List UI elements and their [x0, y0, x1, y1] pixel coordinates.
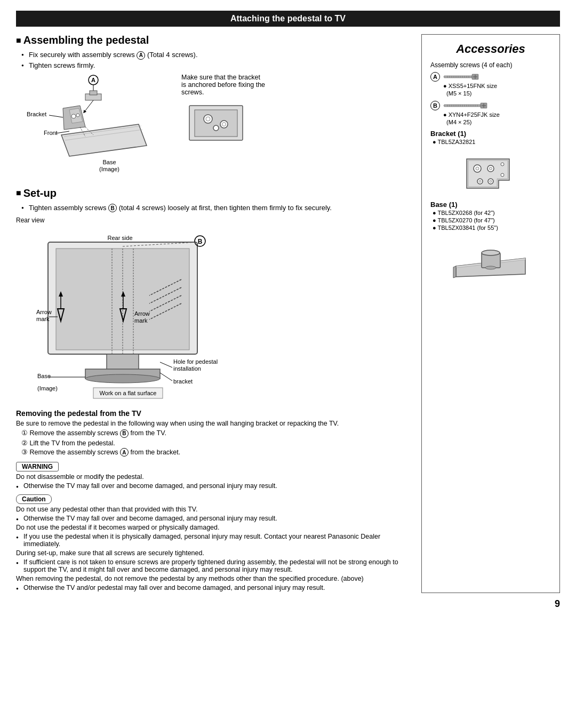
svg-text:bracket: bracket	[173, 378, 193, 385]
assembling-bullets: Fix securely with assembly screws A (Tot…	[21, 51, 411, 69]
svg-rect-22	[195, 110, 237, 137]
svg-text:Rear side: Rear side	[107, 235, 132, 241]
screw-a-label: A	[430, 72, 551, 82]
caution-item-3: Do not use the pedestal if it becomes wa…	[16, 524, 411, 531]
base-image	[430, 234, 551, 282]
removing-steps: ① Remove the assembly screws B from the …	[21, 429, 411, 457]
caution-section: Caution Do not use any pedestal other th…	[16, 491, 411, 591]
svg-point-111	[501, 163, 504, 166]
caution-item-1: Do not use any pedestal other than that …	[16, 506, 411, 513]
bracket-part: ● TBL5ZA32821	[433, 139, 551, 145]
page-title: Attaching the pedestal to TV	[230, 14, 346, 23]
setup-bullet-1: Tighten assembly screws B (total 4 screw…	[21, 204, 411, 213]
svg-text:Base: Base	[102, 159, 116, 165]
svg-text:Work on a flat surface: Work on a flat surface	[100, 390, 157, 396]
svg-marker-115	[453, 266, 456, 278]
assembling-bullet-2: Tighten screws firmly.	[21, 61, 411, 69]
svg-point-26	[222, 122, 226, 126]
svg-text:(Image): (Image)	[37, 385, 58, 391]
screw-b-circle: B	[430, 101, 440, 110]
base-item: Base (1) ● TBL5ZX0268 (for 42") ● TBL5ZX…	[430, 201, 551, 282]
svg-point-32	[85, 374, 160, 383]
removing-section: Removing the pedestal from the TV Be sur…	[16, 409, 411, 457]
svg-text:Arrow: Arrow	[36, 309, 52, 315]
svg-rect-4	[90, 91, 97, 95]
svg-point-112	[501, 173, 504, 177]
bracket-closeup-svg	[181, 100, 251, 148]
screw-b-label: B	[430, 101, 551, 110]
rear-view-label: Rear view	[16, 217, 411, 224]
caution-item-5: During set-up, make sure that all screws…	[16, 549, 411, 557]
removing-step-2: ② Lift the TV from the pedestal.	[21, 439, 411, 447]
bracket-svg	[459, 148, 523, 196]
svg-line-6	[56, 131, 69, 133]
svg-point-110	[490, 180, 492, 182]
svg-line-56	[160, 362, 172, 367]
screw-a-size: ● XSS5+15FNK size	[443, 83, 551, 89]
svg-marker-100	[443, 105, 444, 107]
svg-marker-14	[61, 124, 147, 156]
main-content: Assembling the pedestal Fix securely wit…	[16, 34, 560, 593]
svg-text:(Image): (Image)	[99, 166, 119, 172]
base-part-3: ● TBL5ZX03841 (for 55")	[433, 225, 551, 231]
svg-point-117	[482, 250, 500, 255]
removing-step-3: ③ Remove the assembly screws A from the …	[21, 448, 411, 457]
screw-b-item: B	[430, 101, 551, 125]
svg-point-106	[490, 167, 492, 170]
warning-label: WARNING	[16, 462, 59, 471]
warning-section: WARNING Do not disassemble or modify the…	[16, 459, 411, 490]
svg-point-27	[213, 125, 219, 131]
screw-b-size: ● XYN4+F25FJK size	[443, 111, 551, 118]
assembling-heading: Assembling the pedestal	[16, 34, 411, 46]
caution-item-4: If you use the pedestal when it is physi…	[16, 533, 411, 548]
svg-marker-80	[443, 76, 444, 78]
svg-text:Hole for pedestal: Hole for pedestal	[173, 358, 218, 365]
page-number: 9	[16, 598, 560, 610]
base-part-2: ● TBL5ZX0270 (for 47")	[433, 217, 551, 223]
assembly-diagram: A Front Bracket	[16, 74, 171, 182]
svg-text:Base: Base	[37, 373, 51, 379]
accessories-subtitle: Assembly screws (4 of each)	[430, 61, 551, 69]
assembly-svg: A Front Bracket	[16, 74, 171, 180]
removing-heading: Removing the pedestal from the TV	[16, 409, 411, 418]
svg-text:installation: installation	[173, 365, 201, 372]
base-svg	[451, 234, 531, 282]
svg-point-108	[479, 180, 481, 182]
screw-a-size2: (M5 × 15)	[443, 90, 551, 97]
assembly-diagram-note: Make sure that the bracket is anchored b…	[181, 74, 267, 96]
rear-view-diagram: B Rear side Arrow mark	[16, 226, 411, 404]
svg-point-11	[71, 114, 76, 118]
caution-item-7: When removing the pedestal, do not remov…	[16, 575, 411, 582]
svg-point-12	[76, 114, 79, 117]
svg-text:Bracket: Bracket	[27, 111, 46, 117]
bracket-image	[430, 148, 551, 196]
warning-bullet-1: Otherwise the TV may fall over and becom…	[16, 482, 411, 490]
accessories-title: Accessories	[430, 42, 551, 56]
svg-text:A: A	[91, 77, 95, 83]
removing-step-1: ① Remove the assembly screws B from the …	[21, 429, 411, 438]
svg-point-118	[485, 266, 496, 269]
screw-a-circle: A	[430, 72, 440, 82]
svg-text:B: B	[198, 238, 203, 245]
setup-bullets: Tighten assembly screws B (total 4 screw…	[21, 204, 411, 213]
svg-text:Front: Front	[44, 130, 58, 136]
removing-intro: Be sure to remove the pedestal in the fo…	[16, 420, 411, 427]
base-part-1: ● TBL5ZX0268 (for 42")	[433, 210, 551, 216]
svg-text:mark: mark	[36, 316, 50, 322]
assembling-bullet-1: Fix securely with assembly screws A (Tot…	[21, 51, 411, 60]
bracket-item: Bracket (1) ● TBL5ZA32821	[430, 130, 551, 196]
caution-item-2: Otherwise the TV may fall over and becom…	[16, 515, 411, 522]
setup-heading: Set-up	[16, 187, 411, 199]
base-label: Base (1)	[430, 201, 551, 209]
rear-view-svg: B Rear side Arrow mark	[16, 226, 251, 402]
setup-section: Set-up Tighten assembly screws B (total …	[16, 187, 411, 404]
svg-line-8	[49, 115, 63, 117]
svg-rect-30	[107, 354, 139, 370]
svg-point-104	[476, 167, 479, 170]
svg-text:mark: mark	[134, 317, 148, 324]
assembly-diagram-container: A Front Bracket	[16, 74, 411, 182]
warning-main: Do not disassemble or modify the pedesta…	[16, 473, 411, 481]
assembly-note-diagram: Make sure that the bracket is anchored b…	[181, 74, 267, 150]
accessories-panel: Accessories Assembly screws (4 of each) …	[421, 34, 560, 593]
svg-line-58	[160, 373, 172, 381]
